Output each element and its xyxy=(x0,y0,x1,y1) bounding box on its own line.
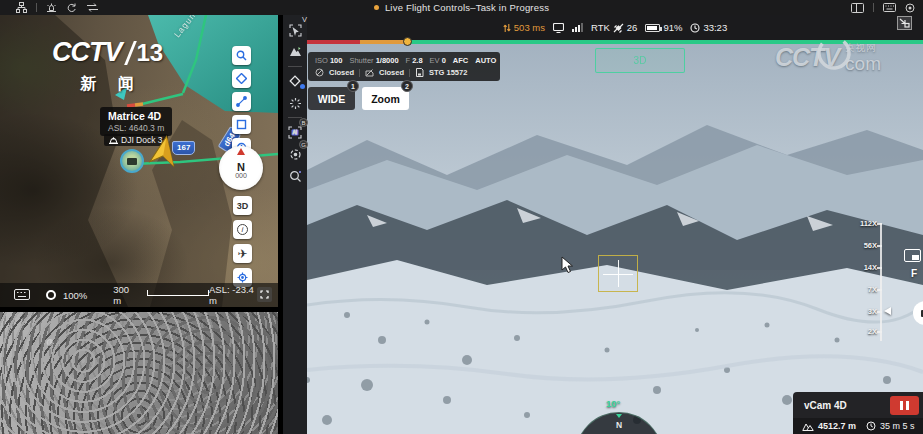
map-3d-button[interactable]: 3D xyxy=(233,196,252,215)
map-zoom-percent: 100% xyxy=(63,290,87,301)
zoom-tick xyxy=(877,245,882,247)
main-camera-view[interactable]: 503 ms RTK 26 91% 33:23 xyxy=(307,15,923,434)
heading-readout: 10° xyxy=(606,398,620,409)
target-reticle xyxy=(598,255,638,292)
lens-wide-label: WIDE xyxy=(318,93,345,105)
map-bottom-bar: 100% 300 m ASL: -23.4 m xyxy=(0,283,278,307)
lens-wide-button[interactable]: WIDE 1 xyxy=(308,87,355,110)
map-mode-button[interactable] xyxy=(283,41,307,63)
map-view[interactable]: Laguna Palcac CCTV 13 新闻 Matrice 4D ASL:… xyxy=(0,15,278,307)
channel-logo-text: CCTV xyxy=(52,37,122,68)
map-polyline-tool-button[interactable] xyxy=(232,92,251,111)
divider xyxy=(36,3,37,12)
lens-zoom-label: Zoom xyxy=(371,93,400,105)
zoom-tick xyxy=(877,267,882,269)
pause-button[interactable] xyxy=(890,396,919,415)
disabled-icon xyxy=(365,68,374,77)
compass-heading-tick xyxy=(616,414,622,418)
storage-icon xyxy=(415,68,424,77)
record-icon[interactable] xyxy=(905,3,915,13)
drone-asl: ASL: 4640.3 m xyxy=(108,123,164,133)
zoom-pointer[interactable] xyxy=(884,307,891,315)
keyboard-shortcuts-icon[interactable] xyxy=(14,286,30,304)
lens-zoom-badge: 2 xyxy=(401,80,413,92)
layout-panels-icon[interactable] xyxy=(851,3,864,13)
zoom-level-label: 3X xyxy=(847,307,877,316)
drone-name: Matrice 4D xyxy=(108,110,164,122)
collapse-corner-icon[interactable] xyxy=(897,16,912,30)
target-lock-button[interactable]: G xyxy=(283,143,307,165)
map-info-button[interactable]: i xyxy=(233,220,252,239)
keyboard-icon[interactable] xyxy=(883,3,896,12)
network-tree-icon[interactable] xyxy=(16,2,27,13)
compass-north: N xyxy=(616,420,622,430)
zoom-level-label: 14X xyxy=(847,263,877,272)
zoom-magnifier-button[interactable] xyxy=(283,165,307,187)
divider xyxy=(359,69,360,77)
latency-arrows-icon xyxy=(503,23,511,33)
battery-item: 91% xyxy=(645,22,682,33)
svg-text:AI: AI xyxy=(293,130,297,135)
tool-rail: V AI B G xyxy=(283,15,307,434)
detection-mode-box[interactable]: 3D xyxy=(595,48,685,73)
dock-icon xyxy=(109,136,118,144)
drone-position-arrow xyxy=(150,135,178,171)
mouse-cursor xyxy=(561,256,574,278)
latency-item: 503 ms xyxy=(503,22,545,33)
rtk-item: RTK 26 xyxy=(591,22,637,33)
sync-icon[interactable] xyxy=(66,2,77,13)
status-dot xyxy=(374,5,379,10)
virtual-cockpit-button[interactable]: V xyxy=(283,19,307,41)
vcam-name: vCam 4D xyxy=(804,400,847,411)
zoom-scale-line xyxy=(880,223,882,341)
storage-value: STG 15572 xyxy=(429,68,467,77)
channel-logo-slash xyxy=(124,41,137,65)
aperture-label: F xyxy=(406,56,411,65)
vcam-panel: vCam 4D xyxy=(793,392,923,418)
progress-marker[interactable] xyxy=(403,37,412,46)
notification-dot xyxy=(300,84,305,89)
dock-map-marker[interactable] xyxy=(120,149,144,173)
zoom-tick xyxy=(877,289,882,291)
pip-toggle-icon[interactable] xyxy=(904,249,921,262)
zoom-level-label: 7X xyxy=(847,285,877,294)
status1-value: Closed xyxy=(329,68,354,77)
battery-percent: 91% xyxy=(663,22,682,33)
map-mode-icon[interactable] xyxy=(46,290,56,300)
lens-switcher: WIDE 1 Zoom 2 xyxy=(308,87,409,110)
zoom-level-label: 112X xyxy=(847,219,877,228)
lens-zoom-button[interactable]: Zoom 2 xyxy=(362,87,409,110)
gimbal-mode-button[interactable] xyxy=(283,70,307,92)
map-polygon-tool-button[interactable] xyxy=(232,115,251,134)
map-expand-icon[interactable] xyxy=(257,287,272,302)
window-title: Live Flight Controls–Task in Progress xyxy=(385,2,549,13)
clock-icon xyxy=(690,23,700,33)
progress-segment-red xyxy=(307,40,360,44)
iso-label: ISO xyxy=(315,56,328,65)
zoom-level-label: 56X xyxy=(847,241,877,250)
map-marker-tool-button[interactable] xyxy=(232,69,251,88)
flight-time-item: 33:23 xyxy=(690,22,727,33)
rail-badge-b: B xyxy=(299,118,308,127)
dock-camera-feed[interactable] xyxy=(0,312,278,434)
camera-settings-panel[interactable]: ISO100 Shutter1/8000 F2.8 EV0 AFC AUTO C… xyxy=(308,52,500,81)
altitude-mountain-icon xyxy=(802,422,814,431)
map-search-button[interactable] xyxy=(232,46,251,65)
spotlight-button[interactable] xyxy=(283,92,307,114)
map-toolbar-secondary: 3D i ✈ xyxy=(233,196,252,287)
alarm-beacon-icon[interactable] xyxy=(46,2,57,13)
divider xyxy=(873,3,874,12)
shutter-value: 1/8000 xyxy=(376,56,399,65)
zoom-tick xyxy=(877,311,882,313)
divider xyxy=(288,66,302,67)
route-swap-icon[interactable] xyxy=(86,2,99,13)
ev-label: EV xyxy=(430,56,440,65)
map-aircraft-button[interactable]: ✈ xyxy=(233,244,252,263)
exposure-mode: AUTO xyxy=(475,56,496,65)
channel-logo: CCTV 13 新闻 xyxy=(52,37,163,95)
info-icon: i xyxy=(237,224,248,235)
rtk-label: RTK xyxy=(591,22,610,33)
map-compass[interactable]: N 000 xyxy=(219,146,263,190)
aperture-value: 2.8 xyxy=(412,56,422,65)
focus-mode: AFC xyxy=(453,56,468,65)
